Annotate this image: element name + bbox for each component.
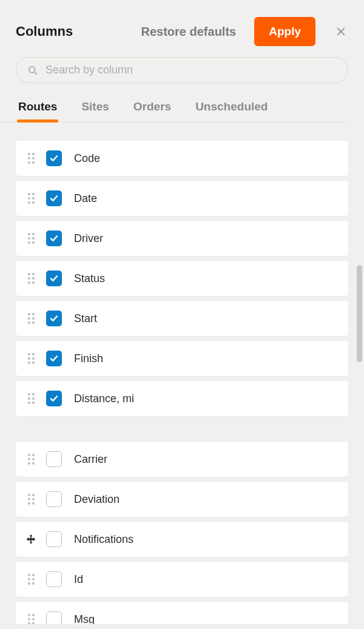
tab-routes[interactable]: Routes xyxy=(18,100,57,122)
column-checkbox[interactable] xyxy=(46,271,62,286)
drag-handle-icon[interactable] xyxy=(25,494,36,505)
drag-handle-icon[interactable] xyxy=(25,153,36,164)
column-label: Deviation xyxy=(74,493,120,506)
column-label: Carrier xyxy=(74,453,107,466)
move-cursor-icon[interactable] xyxy=(25,534,36,545)
column-checkbox[interactable] xyxy=(46,311,62,326)
column-item: Start xyxy=(16,301,348,336)
drag-handle-icon[interactable] xyxy=(25,574,36,585)
column-label: Driver xyxy=(74,232,103,245)
column-item: Id xyxy=(16,562,348,597)
column-checkbox[interactable] xyxy=(46,190,62,206)
column-checkbox[interactable] xyxy=(46,531,62,547)
column-item: Code xyxy=(16,141,348,176)
search-icon xyxy=(27,65,38,76)
column-item: Driver xyxy=(16,221,348,256)
tab-orders[interactable]: Orders xyxy=(133,100,171,122)
restore-defaults-link[interactable]: Restore defaults xyxy=(141,25,237,39)
svg-line-3 xyxy=(34,72,36,74)
drag-handle-icon[interactable] xyxy=(25,353,36,364)
drag-handle-icon[interactable] xyxy=(25,393,36,404)
column-checkbox[interactable] xyxy=(46,351,62,366)
column-label: Id xyxy=(74,573,83,586)
panel-title: Columns xyxy=(16,24,73,39)
column-checkbox[interactable] xyxy=(46,571,62,587)
column-label: Notifications xyxy=(74,533,133,546)
column-label: Finish xyxy=(74,352,103,365)
column-item: Deviation xyxy=(16,482,348,517)
column-item: Finish xyxy=(16,341,348,376)
column-label: Status xyxy=(74,272,105,285)
apply-button[interactable]: Apply xyxy=(254,17,315,46)
close-button[interactable] xyxy=(334,24,348,39)
search-box[interactable] xyxy=(16,57,348,83)
column-item: Distance, mi xyxy=(16,381,348,416)
tab-unscheduled[interactable]: Unscheduled xyxy=(195,100,268,122)
tab-sites[interactable]: Sites xyxy=(81,100,109,122)
drag-handle-icon[interactable] xyxy=(25,313,36,324)
column-item: Date xyxy=(16,181,348,216)
column-item: Carrier xyxy=(16,442,348,477)
drag-handle-icon[interactable] xyxy=(25,233,36,244)
column-checkbox[interactable] xyxy=(46,611,62,624)
column-item: Notifications xyxy=(16,522,348,557)
column-checkbox[interactable] xyxy=(46,391,62,406)
close-icon xyxy=(335,26,346,37)
column-label: Start xyxy=(74,312,97,325)
drag-handle-icon[interactable] xyxy=(25,273,36,284)
column-item: Msg xyxy=(16,602,348,624)
column-item: Status xyxy=(16,261,348,296)
tabs-bar: RoutesSitesOrdersUnscheduled xyxy=(0,89,348,123)
drag-handle-icon[interactable] xyxy=(25,454,36,465)
columns-list: CodeDateDriverStatusStartFinishDistance,… xyxy=(0,123,364,624)
column-checkbox[interactable] xyxy=(46,451,62,467)
column-label: Date xyxy=(74,192,97,205)
column-label: Distance, mi xyxy=(74,392,134,405)
column-checkbox[interactable] xyxy=(46,491,62,507)
drag-handle-icon[interactable] xyxy=(25,193,36,204)
drag-handle-icon[interactable] xyxy=(25,614,36,624)
column-checkbox[interactable] xyxy=(46,230,62,246)
scrollbar[interactable] xyxy=(357,265,362,362)
column-label: Msg xyxy=(74,613,95,625)
search-input[interactable] xyxy=(46,64,337,76)
column-label: Code xyxy=(74,152,100,165)
column-checkbox[interactable] xyxy=(46,150,62,166)
